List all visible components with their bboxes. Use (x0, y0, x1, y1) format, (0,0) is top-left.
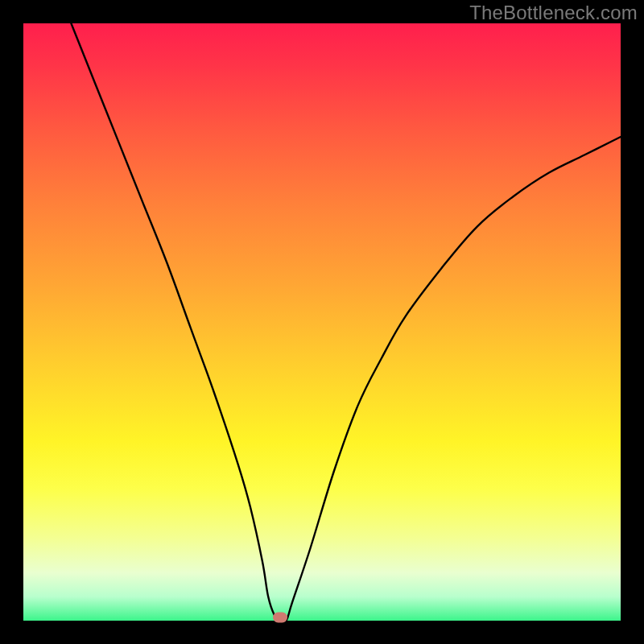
chart-plot-area (23, 23, 621, 621)
watermark-text: TheBottleneck.com (469, 2, 638, 24)
chart-frame: TheBottleneck.com (0, 0, 644, 644)
bottleneck-curve (71, 23, 621, 621)
curve-svg (23, 23, 621, 621)
minimum-marker (273, 613, 287, 623)
